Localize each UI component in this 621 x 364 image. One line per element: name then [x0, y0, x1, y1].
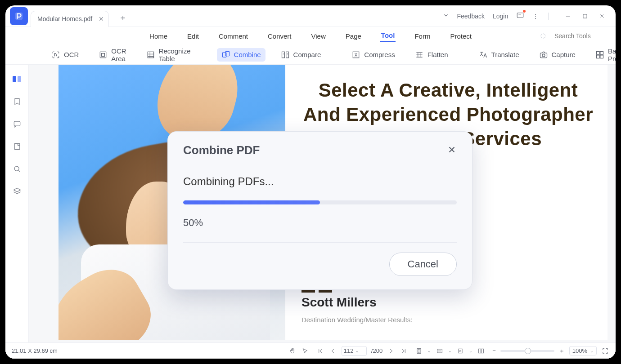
camera-icon: [539, 50, 548, 59]
dialog-close-icon[interactable]: [447, 145, 457, 156]
menu-comment[interactable]: Comment: [218, 31, 249, 42]
capture-button[interactable]: Capture: [535, 48, 580, 62]
svg-rect-5: [148, 52, 153, 58]
last-page-icon[interactable]: [400, 347, 408, 355]
thumbnails-panel-icon[interactable]: [12, 74, 22, 84]
document-author: Scott Millers: [302, 295, 595, 310]
svg-rect-11: [540, 53, 547, 58]
page-total: /200: [371, 347, 382, 354]
zoom-slider[interactable]: [500, 350, 554, 352]
title-bar: Modular Homes.pdf ✕ ＋ Feedback Login ⋮ │: [5, 5, 616, 27]
feedback-link[interactable]: Feedback: [457, 13, 485, 20]
next-page-icon[interactable]: [387, 347, 395, 355]
zoom-value[interactable]: 100%⌄: [569, 346, 597, 355]
compare-icon: [281, 50, 290, 59]
progress-percent: 50%: [183, 217, 457, 229]
svg-point-19: [14, 166, 19, 171]
app-logo-icon: [10, 7, 28, 25]
hand-tool-icon[interactable]: [288, 347, 297, 355]
notifications-icon[interactable]: [516, 11, 524, 21]
dialog-title: Combine PDF: [183, 143, 260, 157]
tab-title: Modular Homes.pdf: [37, 15, 92, 22]
recognize-table-button[interactable]: Recognize Table: [142, 45, 195, 65]
login-link[interactable]: Login: [493, 13, 508, 20]
svg-rect-14: [600, 51, 603, 54]
prev-page-icon[interactable]: [329, 347, 337, 355]
bookmarks-panel-icon[interactable]: [12, 96, 22, 107]
combine-button[interactable]: Combine: [217, 48, 266, 62]
combine-icon: [221, 50, 230, 59]
svg-rect-15: [596, 55, 599, 58]
svg-rect-4: [102, 53, 105, 56]
table-icon: [146, 50, 155, 59]
svg-rect-2: [583, 14, 587, 18]
document-tab[interactable]: Modular Homes.pdf ✕: [31, 11, 109, 27]
fit-height-icon[interactable]: [415, 347, 423, 355]
svg-rect-13: [596, 51, 599, 54]
svg-rect-3: [100, 52, 106, 58]
first-page-icon[interactable]: [316, 347, 324, 355]
tab-close-icon[interactable]: ✕: [99, 15, 104, 22]
view-mode-icon[interactable]: [477, 347, 485, 355]
rotate-icon[interactable]: [456, 347, 464, 355]
translate-icon: [479, 50, 488, 59]
minimize-button[interactable]: [562, 10, 574, 22]
compress-icon: [351, 50, 360, 59]
batch-process-button[interactable]: Batch Process: [591, 45, 616, 65]
attachments-panel-icon[interactable]: [12, 141, 22, 152]
ocr-area-button[interactable]: OCR Area: [94, 45, 130, 65]
comments-panel-icon[interactable]: [12, 119, 22, 129]
combine-pdf-dialog: Combine PDF Combining PDFs... 50% Cancel: [167, 131, 472, 290]
menu-edit[interactable]: Edit: [186, 31, 200, 42]
tool-toolbar: OCR OCR Area Recognize Table Combine Com…: [5, 45, 616, 65]
side-panel: [5, 65, 29, 359]
select-tool-icon[interactable]: [301, 347, 309, 355]
menu-form[interactable]: Form: [414, 31, 431, 42]
search-tools-input[interactable]: [554, 32, 608, 40]
cancel-button[interactable]: Cancel: [389, 253, 457, 276]
app-window: Modular Homes.pdf ✕ ＋ Feedback Login ⋮ │…: [5, 5, 616, 359]
svg-rect-17: [14, 121, 20, 126]
menu-view[interactable]: View: [310, 31, 327, 42]
menu-convert[interactable]: Convert: [267, 31, 292, 42]
flatten-button[interactable]: Flatten: [410, 48, 453, 62]
flatten-icon: [415, 50, 424, 59]
menu-home[interactable]: Home: [148, 31, 168, 42]
dialog-message: Combining PDFs...: [183, 175, 457, 188]
status-bar: 21.01 X 29.69 cm 112⌄ /200 ⌄ ⌄ ⌄: [5, 342, 616, 359]
close-button[interactable]: [596, 10, 608, 22]
svg-rect-18: [14, 143, 20, 149]
page-number-input[interactable]: 112⌄: [342, 346, 367, 356]
layers-panel-icon[interactable]: [12, 186, 22, 197]
menu-tool[interactable]: Tool: [380, 30, 396, 42]
fit-width-icon[interactable]: [436, 347, 444, 355]
new-tab-button[interactable]: ＋: [117, 12, 129, 23]
menu-bar: Home Edit Comment Convert View Page Tool…: [5, 27, 616, 45]
translate-button[interactable]: Translate: [474, 48, 524, 62]
chevron-down-icon[interactable]: [443, 12, 449, 20]
ocr-button[interactable]: OCR: [47, 48, 83, 62]
ocr-area-icon: [99, 50, 108, 59]
page-dimensions: 21.01 X 29.69 cm: [12, 347, 58, 354]
compress-button[interactable]: Compress: [347, 48, 399, 62]
search-panel-icon[interactable]: [12, 164, 22, 174]
menu-page[interactable]: Page: [345, 31, 362, 42]
kebab-menu-icon[interactable]: ⋮: [532, 13, 539, 20]
svg-rect-23: [479, 349, 481, 353]
document-subline: Destination Wedding/Master Results:: [302, 316, 595, 324]
menu-protect[interactable]: Protect: [449, 31, 472, 42]
batch-icon: [595, 50, 604, 59]
svg-point-12: [542, 54, 545, 57]
zoom-in-icon[interactable]: ＋: [559, 347, 565, 355]
fullscreen-icon[interactable]: [601, 347, 609, 355]
svg-rect-1: [518, 13, 524, 18]
compare-button[interactable]: Compare: [276, 48, 326, 62]
sparkle-icon[interactable]: [539, 32, 547, 40]
maximize-button[interactable]: [579, 10, 591, 22]
svg-rect-24: [482, 349, 484, 353]
progress-bar: [183, 200, 457, 204]
svg-rect-16: [600, 55, 603, 58]
zoom-out-icon[interactable]: −: [492, 347, 496, 354]
ocr-icon: [51, 50, 60, 59]
